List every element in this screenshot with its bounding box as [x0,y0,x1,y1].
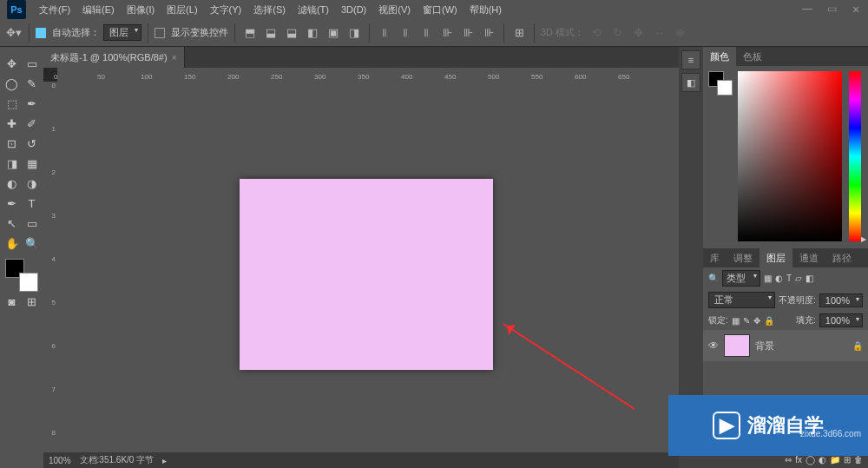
tab-paths[interactable]: 路径 [825,248,858,267]
layer-filter-dropdown[interactable]: 类型 [722,270,760,287]
tool-eraser[interactable]: ◨ [2,155,22,173]
lock-position-icon[interactable]: ✥ [753,316,760,326]
layer-visibility-icon[interactable]: 👁 [708,339,719,352]
lock-transparency-icon[interactable]: ▦ [732,316,740,326]
tab-libraries[interactable]: 库 [703,248,727,267]
tab-swatches[interactable]: 色板 [736,47,769,66]
filter-shape-icon[interactable]: ▱ [795,274,802,283]
filter-smart-icon[interactable]: ◧ [806,274,813,283]
distribute-vcenter-icon[interactable]: ⫴ [397,24,414,42]
tool-shape[interactable]: ▭ [22,214,42,233]
tool-path[interactable]: ↖ [2,214,22,233]
align-left-icon[interactable]: ◧ [304,24,321,42]
menu-view[interactable]: 视图(V) [372,3,417,16]
menu-select[interactable]: 选择(S) [247,3,292,16]
filter-pixel-icon[interactable]: ▦ [764,274,772,283]
tool-crop[interactable]: ⬚ [2,95,22,113]
filter-type-icon[interactable]: T [786,274,792,283]
tool-quickselect[interactable]: ✎ [22,75,42,93]
layer-thumbnail[interactable] [724,334,750,357]
distribute-hcenter-icon[interactable]: ⊪ [459,24,477,42]
canvas[interactable] [240,179,493,370]
layer-row[interactable]: 👁 背景 🔒 [703,330,868,361]
menu-filter[interactable]: 滤镜(T) [292,3,335,16]
panel-icon-history[interactable]: ≡ [681,50,700,69]
color-field[interactable] [738,71,842,241]
lock-all-icon[interactable]: 🔒 [764,316,774,326]
tool-healing[interactable]: ✚ [2,115,22,133]
tool-hand[interactable]: ✋ [2,234,22,253]
opacity-input[interactable]: 100% [819,293,863,307]
tab-channels[interactable]: 通道 [792,248,825,267]
tool-artboard[interactable]: ▭ [22,55,42,73]
align-hcenter-icon[interactable]: ▣ [325,24,342,42]
menu-help[interactable]: 帮助(H) [464,3,508,16]
new-group-icon[interactable]: 📁 [830,455,840,465]
tool-gradient[interactable]: ▦ [22,155,42,173]
delete-layer-icon[interactable]: 🗑 [854,455,863,465]
menu-layer[interactable]: 图层(L) [161,3,203,16]
tool-zoom[interactable]: 🔍 [22,234,42,253]
layer-fx-icon[interactable]: fx [795,455,802,465]
auto-select-target-dropdown[interactable]: 图层 [103,24,141,41]
window-minimize-icon[interactable]: — [795,3,819,16]
tool-dodge[interactable]: ◑ [22,175,42,193]
foreground-background-swatch[interactable] [5,259,38,292]
status-docinfo[interactable]: 文档:351.6K/0 字节 [80,454,155,466]
layer-filter-kind-icon[interactable]: 🔍 [708,274,719,283]
tool-quickmask[interactable]: ◙ [2,293,22,311]
distribute-top-icon[interactable]: ⫴ [376,24,393,42]
tool-brush[interactable]: ✐ [22,115,42,133]
window-close-icon[interactable]: × [844,3,868,16]
window-restore-icon[interactable]: ▭ [819,3,844,16]
panel-background-swatch[interactable] [717,80,733,96]
tool-history[interactable]: ↺ [22,135,42,153]
status-chevron-icon[interactable]: ▸ [162,456,167,465]
tool-lasso[interactable]: ◯ [2,75,22,93]
auto-align-icon[interactable]: ⊞ [510,24,528,42]
distribute-right-icon[interactable]: ⊪ [480,24,497,42]
menu-edit[interactable]: 编辑(E) [76,3,121,16]
ruler-vertical[interactable]: 0123456789 [43,82,57,452]
menu-3d[interactable]: 3D(D) [335,4,372,15]
distribute-left-icon[interactable]: ⊪ [438,24,456,42]
fill-input[interactable]: 100% [819,313,863,327]
tool-clone[interactable]: ⊡ [2,135,22,153]
new-adjustment-icon[interactable]: ◐ [819,455,826,465]
tab-color[interactable]: 颜色 [703,47,736,66]
tool-pen[interactable]: ✒ [2,194,22,213]
align-right-icon[interactable]: ◨ [345,24,363,42]
distribute-bottom-icon[interactable]: ⫴ [418,24,435,42]
hue-slider[interactable] [849,71,861,241]
tool-type[interactable]: T [22,194,42,213]
canvas-area[interactable] [57,82,679,452]
status-zoom[interactable]: 100% [49,456,71,465]
document-tab-close-icon[interactable]: × [172,53,177,63]
ruler-horizontal[interactable]: 050100150200250300350400450500550600650 [57,68,679,82]
tab-adjustments[interactable]: 调整 [727,248,760,267]
tool-move[interactable]: ✥ [2,55,22,73]
filter-adjust-icon[interactable]: ◐ [775,274,783,283]
tab-layers[interactable]: 图层 [760,248,792,267]
align-bottom-icon[interactable]: ⬓ [283,24,300,42]
align-top-icon[interactable]: ⬒ [241,24,259,42]
lock-pixels-icon[interactable]: ✎ [743,316,750,326]
auto-select-checkbox[interactable] [36,28,46,38]
background-color[interactable] [19,273,38,292]
link-layers-icon[interactable]: ⇔ [785,455,792,465]
new-layer-icon[interactable]: ⊞ [844,455,851,465]
layer-mask-icon[interactable]: ◯ [806,455,815,465]
menu-window[interactable]: 窗口(W) [417,3,464,16]
menu-file[interactable]: 文件(F) [33,3,76,16]
tool-screenmode[interactable]: ⊞ [22,293,42,311]
blend-mode-dropdown[interactable]: 正常 [708,292,775,308]
tool-eyedropper[interactable]: ✒ [22,95,42,113]
menu-type[interactable]: 文字(Y) [204,3,248,16]
tool-blur[interactable]: ◐ [2,175,22,193]
layer-name[interactable]: 背景 [755,339,774,353]
document-tab[interactable]: 未标题-1 @ 100%(RGB/8#) × [43,47,185,68]
layer-lock-icon[interactable]: 🔒 [852,341,863,351]
align-vcenter-icon[interactable]: ⬓ [262,24,279,42]
show-transform-checkbox[interactable] [155,28,165,38]
move-tool-icon[interactable]: ✥▾ [5,24,23,42]
